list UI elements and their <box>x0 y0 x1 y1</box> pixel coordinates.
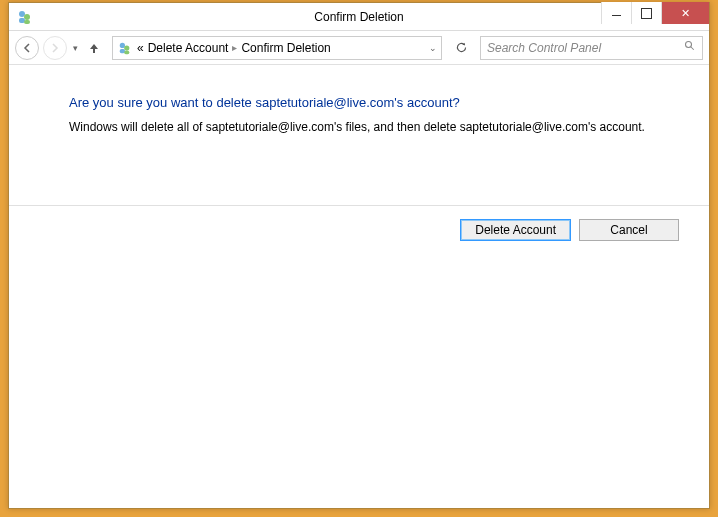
refresh-button[interactable] <box>450 37 472 59</box>
cancel-button[interactable]: Cancel <box>579 219 679 241</box>
svg-point-1 <box>24 14 30 20</box>
svg-point-4 <box>120 42 125 47</box>
maximize-button[interactable] <box>631 2 661 24</box>
content-area: Are you sure you want to delete saptetut… <box>9 65 709 508</box>
svg-point-0 <box>19 11 25 17</box>
chevron-right-icon[interactable]: ▸ <box>232 42 237 53</box>
svg-line-9 <box>691 47 694 50</box>
close-button[interactable] <box>661 2 709 24</box>
divider <box>9 205 709 206</box>
page-heading: Are you sure you want to delete saptetut… <box>69 95 649 110</box>
window-frame: Confirm Deletion ▾ « Delete Account ▸ Co… <box>8 2 710 509</box>
navigation-bar: ▾ « Delete Account ▸ Confirm Deletion ⌄ <box>9 31 709 65</box>
action-buttons: Delete Account Cancel <box>460 219 679 241</box>
title-bar[interactable]: Confirm Deletion <box>9 3 709 31</box>
recent-locations-dropdown[interactable]: ▾ <box>71 43 80 53</box>
search-input[interactable] <box>487 41 684 55</box>
address-bar[interactable]: « Delete Account ▸ Confirm Deletion ⌄ <box>112 36 442 60</box>
back-button[interactable] <box>15 36 39 60</box>
search-icon[interactable] <box>684 40 696 55</box>
forward-button[interactable] <box>43 36 67 60</box>
breadcrumb-item[interactable]: Delete Account <box>148 41 229 55</box>
delete-account-button[interactable]: Delete Account <box>460 219 571 241</box>
page-description: Windows will delete all of saptetutorial… <box>69 120 649 134</box>
svg-point-5 <box>124 45 129 50</box>
user-accounts-icon <box>15 7 35 27</box>
svg-point-8 <box>686 42 692 48</box>
user-accounts-icon <box>117 40 133 56</box>
search-box[interactable] <box>480 36 703 60</box>
breadcrumb-item[interactable]: Confirm Deletion <box>241 41 330 55</box>
address-dropdown-icon[interactable]: ⌄ <box>429 43 437 53</box>
up-button[interactable] <box>84 38 104 58</box>
breadcrumb-prefix: « <box>137 41 144 55</box>
svg-rect-7 <box>124 50 129 54</box>
window-controls <box>601 2 709 24</box>
minimize-button[interactable] <box>601 2 631 24</box>
svg-rect-3 <box>24 20 30 24</box>
